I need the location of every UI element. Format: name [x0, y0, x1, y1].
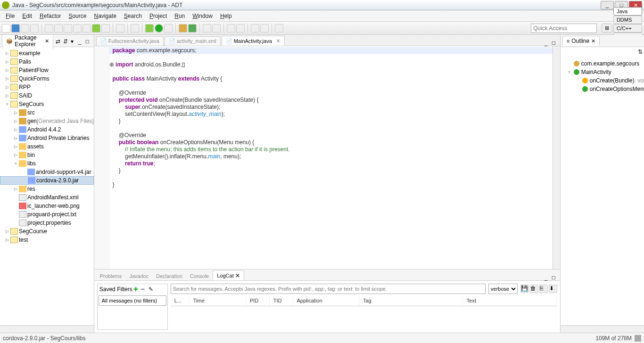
- expander-icon[interactable]: ▷: [5, 76, 9, 81]
- expander-icon[interactable]: ▷: [5, 85, 9, 90]
- horizontal-scrollbar[interactable]: [561, 325, 644, 333]
- forward-button[interactable]: [260, 24, 269, 33]
- search-button[interactable]: [212, 24, 221, 33]
- tool-button[interactable]: [73, 24, 82, 33]
- tree-item[interactable]: proguard-project.txt: [0, 210, 94, 219]
- remove-filter-icon[interactable]: ━: [141, 286, 148, 293]
- log-column-header[interactable]: PID: [246, 297, 270, 306]
- pin-button[interactable]: [275, 24, 283, 33]
- code-editor[interactable]: package com.example.segcours; ⊕ import a…: [109, 46, 553, 269]
- menu-project[interactable]: Project: [146, 12, 171, 20]
- log-column-header[interactable]: Text: [463, 297, 557, 306]
- tree-item[interactable]: ▷Android Private Libraries: [0, 134, 94, 142]
- menu-window[interactable]: Window: [189, 12, 216, 20]
- log-column-header[interactable]: Tag: [359, 297, 463, 306]
- avd-button[interactable]: [101, 24, 110, 33]
- tree-item[interactable]: android-support-v4.jar: [0, 168, 94, 176]
- maximize-icon[interactable]: □: [552, 274, 558, 280]
- log-column-header[interactable]: L...: [171, 297, 190, 306]
- close-icon[interactable]: ✕: [235, 272, 240, 279]
- link-editor-icon[interactable]: ⇵: [63, 38, 69, 44]
- menu-refactor[interactable]: Refactor: [36, 12, 65, 20]
- save-button[interactable]: [11, 24, 20, 33]
- expander-icon[interactable]: ▷: [13, 144, 18, 149]
- outline-item[interactable]: com.example.segcours: [562, 59, 644, 68]
- expander-icon[interactable]: ▷: [13, 187, 18, 191]
- outline-item[interactable]: ▿MainActivity: [562, 68, 644, 76]
- edit-filter-icon[interactable]: ✎: [149, 286, 155, 293]
- save-all-button[interactable]: [21, 24, 29, 33]
- save-log-icon[interactable]: 💾: [520, 285, 529, 293]
- quick-access-input[interactable]: [531, 24, 597, 33]
- bottom-tab-console[interactable]: Console: [186, 272, 213, 280]
- tree-item[interactable]: ▷example: [0, 49, 94, 57]
- minimize-icon[interactable]: _: [544, 39, 551, 46]
- menu-file[interactable]: File: [2, 12, 18, 20]
- vertical-scrollbar[interactable]: [553, 46, 560, 269]
- add-filter-icon[interactable]: ✚: [133, 286, 140, 293]
- tree-item[interactable]: ▷gen [Generated Java Files]: [0, 117, 94, 125]
- debug-button[interactable]: [145, 24, 154, 33]
- gc-icon[interactable]: [635, 335, 641, 342]
- tree-item[interactable]: ▿libs: [0, 159, 94, 168]
- expander-icon[interactable]: ▷: [5, 229, 9, 234]
- close-icon[interactable]: ✕: [276, 38, 281, 44]
- expander-icon[interactable]: ▷: [13, 119, 18, 123]
- tree-item[interactable]: ▷RPP: [0, 83, 94, 91]
- tool-button[interactable]: [64, 24, 72, 33]
- expander-icon[interactable]: ▷: [5, 93, 9, 98]
- menu-navigate[interactable]: Navigate: [90, 12, 120, 20]
- menu-search[interactable]: Search: [120, 12, 146, 20]
- bottom-tab-declaration[interactable]: Declaration: [152, 272, 186, 280]
- new-package-button[interactable]: [179, 24, 187, 33]
- perspective-cc[interactable]: C/C++: [613, 24, 642, 33]
- collapse-all-icon[interactable]: ⇄: [55, 38, 62, 44]
- minimize-icon[interactable]: _: [78, 38, 84, 44]
- view-menu-icon[interactable]: ▾: [70, 38, 77, 44]
- bottom-tab-logcat[interactable]: LogCat ✕: [213, 270, 244, 280]
- tree-item[interactable]: ▷QuickForms: [0, 74, 94, 83]
- expander-icon[interactable]: ▷: [5, 59, 9, 64]
- tree-item[interactable]: ▷PatientFlow: [0, 66, 94, 74]
- tree-item[interactable]: ▷src: [0, 108, 94, 117]
- bottom-tab-problems[interactable]: Problems: [96, 272, 125, 280]
- open-type-button[interactable]: [203, 24, 211, 33]
- maximize-icon[interactable]: □: [85, 38, 92, 44]
- tree-item[interactable]: ▷SAID: [0, 91, 94, 100]
- nav-button[interactable]: [227, 24, 235, 33]
- tree-item[interactable]: cordova-2.9.0.jar: [0, 176, 94, 185]
- perspective-java[interactable]: Java: [613, 7, 642, 16]
- editor-tab[interactable]: 📄 activity_main.xml: [165, 36, 221, 46]
- outline-tab[interactable]: ≡ Outline ✕: [562, 36, 600, 46]
- android-sdk-button[interactable]: [92, 24, 100, 33]
- new-button[interactable]: [2, 24, 10, 33]
- minimize-icon[interactable]: _: [544, 274, 551, 280]
- new-class-button[interactable]: [131, 24, 139, 33]
- outline-item[interactable]: onCreateOptionsMenu(Menu) : boole: [562, 85, 644, 93]
- sort-icon[interactable]: ⇅: [637, 48, 644, 55]
- tool-button[interactable]: [83, 24, 91, 33]
- package-tree[interactable]: ▷example▷Palis▷PatientFlow▷QuickForms▷RP…: [0, 47, 94, 325]
- expander-icon[interactable]: ▿: [5, 102, 9, 106]
- editor-tab[interactable]: 📄 MainActivity.java ✕: [222, 36, 285, 46]
- menu-edit[interactable]: Edit: [18, 12, 36, 20]
- perspective-ddms[interactable]: DDMS: [613, 16, 642, 24]
- editor-tab[interactable]: 📄 FullscreenActivity.java: [96, 36, 164, 46]
- tool-button[interactable]: [54, 24, 63, 33]
- print-button[interactable]: [30, 24, 39, 33]
- back-button[interactable]: [251, 24, 259, 33]
- tree-item[interactable]: project.properties: [0, 219, 94, 227]
- log-column-header[interactable]: TID: [270, 297, 293, 306]
- down-icon[interactable]: ⬇: [549, 285, 557, 293]
- tool-button[interactable]: [45, 24, 53, 33]
- horizontal-scrollbar[interactable]: [0, 325, 94, 333]
- expander-icon[interactable]: ▷: [13, 110, 18, 115]
- filter-all-messages[interactable]: All messages (no filters): [99, 295, 166, 306]
- log-column-header[interactable]: Application: [293, 297, 359, 306]
- expander-icon[interactable]: ▿: [13, 161, 18, 166]
- expander-icon[interactable]: ▷: [13, 136, 18, 140]
- expander-icon[interactable]: ▷: [13, 153, 18, 157]
- maximize-icon[interactable]: □: [552, 39, 558, 46]
- external-tools-button[interactable]: [164, 24, 173, 33]
- nav-button[interactable]: [236, 24, 245, 33]
